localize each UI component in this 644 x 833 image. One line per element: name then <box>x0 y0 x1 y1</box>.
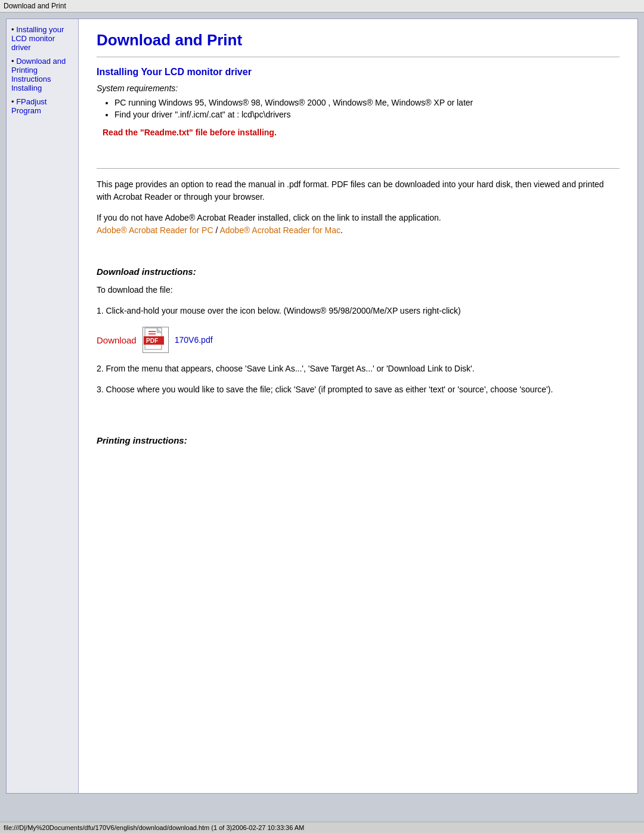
sidebar: • Installing your LCD monitor driver • D… <box>7 19 78 793</box>
acrobat-pc-link[interactable]: Adobe® Acrobat Reader for PC <box>97 225 213 235</box>
sidebar-item-fpadjust[interactable]: • FPadjust Program <box>11 97 73 115</box>
dl-step2: 2. From the menu that appears, choose 'S… <box>97 363 620 375</box>
download-link[interactable]: Download <box>97 335 137 345</box>
status-bar-text: file:///D|/My%20Documents/dfu/170V6/engl… <box>4 824 304 831</box>
desc2-text: If you do not have Adobe® Acrobat Reader… <box>97 213 441 222</box>
desc1: This page provides an option to read the… <box>97 178 620 203</box>
page-title: Download and Print <box>97 31 620 49</box>
download-instructions-title: Download instructions: <box>97 267 620 277</box>
section1-title: Installing Your LCD monitor driver <box>97 67 620 78</box>
acrobat-period: . <box>340 225 343 235</box>
req-list: PC running Windows 95, Windows® 98, Wind… <box>114 98 620 119</box>
dl-step3: 3. Choose where you would like to save t… <box>97 383 620 396</box>
sidebar-item-download[interactable]: • Download and Printing Instructions Ins… <box>11 57 73 92</box>
pdf-svg: PDF <box>144 327 168 353</box>
sidebar-link-lcd[interactable]: Installing your LCD monitor driver <box>11 25 64 52</box>
acrobat-para: If you do not have Adobe® Acrobat Reader… <box>97 212 620 237</box>
system-req-label: System requirements: <box>97 83 620 93</box>
req-item-1: Find your driver ".inf/.icm/.cat" at : l… <box>114 110 620 119</box>
dl-step1: 1. Click-and-hold your mouse over the ic… <box>97 305 620 317</box>
main-content: Download and Print Installing Your LCD m… <box>78 19 637 793</box>
divider-mid <box>97 168 620 169</box>
divider-top <box>97 57 620 57</box>
slash: / <box>213 225 220 235</box>
sidebar-link-download[interactable]: Download and Printing Instructions Insta… <box>11 57 66 92</box>
printing-instructions-title: Printing instructions: <box>97 435 620 445</box>
pdf-file-link[interactable]: 170V6.pdf <box>175 335 213 345</box>
svg-text:PDF: PDF <box>146 337 158 344</box>
download-row: Download PDF <box>97 327 620 353</box>
title-bar: Download and Print <box>0 0 644 13</box>
pdf-icon: PDF <box>143 327 169 353</box>
sidebar-item-lcd[interactable]: • Installing your LCD monitor driver <box>11 25 73 52</box>
sidebar-link-fpadjust[interactable]: FPadjust Program <box>11 97 47 115</box>
req-item-0: PC running Windows 95, Windows® 98, Wind… <box>114 98 620 107</box>
readme-notice: Read the "Readme.txt" file before instal… <box>97 128 620 137</box>
dl-step0: To download the file: <box>97 284 620 296</box>
title-bar-text: Download and Print <box>4 2 66 10</box>
status-bar: file:///D|/My%20Documents/dfu/170V6/engl… <box>0 822 644 833</box>
acrobat-mac-link[interactable]: Adobe® Acrobat Reader for Mac <box>219 225 340 235</box>
